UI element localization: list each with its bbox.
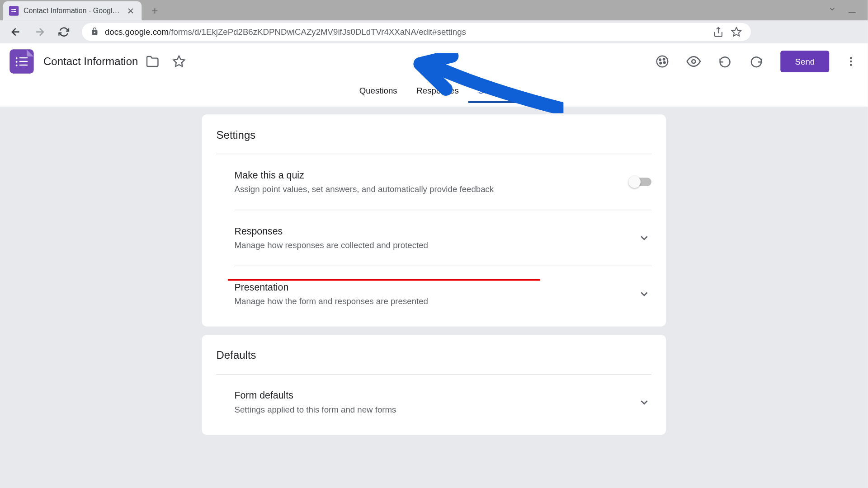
form-tabs-nav: Questions Responses Settings [0, 80, 868, 107]
setting-desc: Manage how the form and responses are pr… [235, 296, 637, 306]
settings-card-title: Settings [217, 129, 651, 154]
svg-point-6 [660, 59, 661, 61]
svg-point-9 [660, 62, 662, 64]
address-bar-row: docs.google.com/forms/d/1EkjZePd2B6zKDPN… [0, 20, 868, 43]
bookmark-icon[interactable] [731, 27, 743, 38]
share-icon[interactable] [712, 27, 725, 38]
svg-rect-1 [13, 9, 16, 10]
setting-presentation[interactable]: Presentation Manage how the form and res… [235, 266, 651, 312]
preview-icon[interactable] [682, 49, 706, 73]
browser-tab-title: Contact Information - Google Fo [24, 7, 121, 15]
svg-point-12 [850, 61, 852, 62]
setting-title: Make this a quiz [235, 170, 630, 181]
browser-tab[interactable]: Contact Information - Google Fo ✕ [3, 1, 142, 21]
svg-rect-4 [849, 12, 856, 13]
defaults-card: Defaults Form defaults Settings applied … [202, 335, 666, 435]
svg-rect-0 [11, 9, 13, 10]
url-text: docs.google.com/forms/d/1EkjZePd2B6zKDPN… [105, 27, 706, 37]
lock-icon [90, 27, 99, 37]
close-icon[interactable]: ✕ [126, 6, 136, 15]
quiz-toggle[interactable] [630, 178, 651, 186]
chevron-down-icon[interactable] [637, 231, 651, 245]
tab-settings[interactable]: Settings [468, 80, 518, 103]
tab-responses[interactable]: Responses [407, 80, 468, 103]
back-button[interactable] [5, 21, 27, 43]
favicon-icon [9, 6, 19, 15]
google-forms-logo-icon[interactable] [9, 49, 33, 73]
app-header: Contact Information Send [0, 43, 868, 80]
window-dropdown-icon[interactable] [828, 5, 837, 16]
chevron-down-icon[interactable] [637, 395, 651, 409]
content-area: Settings Make this a quiz Assign point v… [0, 107, 868, 488]
svg-point-11 [850, 57, 852, 59]
star-icon[interactable] [167, 49, 191, 73]
svg-point-8 [664, 62, 665, 64]
setting-make-quiz: Make this a quiz Assign point values, se… [235, 154, 651, 210]
window-minimize-icon[interactable] [849, 5, 856, 16]
move-to-folder-icon[interactable] [141, 49, 165, 73]
document-title[interactable]: Contact Information [43, 55, 138, 68]
undo-icon[interactable] [713, 49, 737, 73]
address-bar[interactable]: docs.google.com/forms/d/1EkjZePd2B6zKDPN… [82, 23, 751, 41]
setting-form-defaults[interactable]: Form defaults Settings applied to this f… [235, 375, 651, 420]
new-tab-button[interactable]: + [146, 2, 163, 19]
setting-desc: Manage how responses are collected and p… [235, 240, 637, 250]
setting-title: Form defaults [235, 390, 637, 401]
setting-desc: Settings applied to this form and new fo… [235, 405, 637, 414]
setting-title: Responses [235, 226, 637, 237]
browser-tab-bar: Contact Information - Google Fo ✕ + [0, 0, 868, 20]
setting-title: Presentation [235, 282, 637, 293]
more-menu-icon[interactable] [839, 49, 863, 73]
settings-card: Settings Make this a quiz Assign point v… [202, 114, 666, 326]
reload-button[interactable] [53, 21, 75, 43]
send-button[interactable]: Send [781, 51, 830, 72]
setting-desc: Assign point values, set answers, and au… [235, 184, 630, 194]
forward-button[interactable] [29, 21, 51, 43]
svg-point-5 [657, 56, 668, 67]
setting-responses[interactable]: Responses Manage how responses are colle… [235, 210, 651, 266]
svg-point-10 [692, 60, 696, 63]
svg-point-7 [663, 58, 665, 60]
svg-rect-2 [11, 11, 13, 12]
chevron-down-icon[interactable] [637, 287, 651, 301]
svg-rect-3 [13, 11, 16, 12]
customize-theme-icon[interactable] [651, 49, 675, 73]
defaults-card-title: Defaults [217, 349, 651, 375]
svg-point-13 [850, 64, 852, 66]
redo-icon[interactable] [745, 49, 769, 73]
tab-questions[interactable]: Questions [349, 80, 407, 103]
